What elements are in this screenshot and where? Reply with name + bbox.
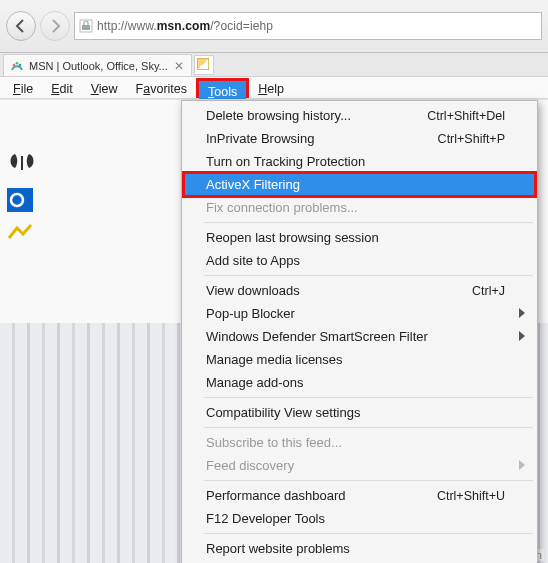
menu-file[interactable]: File	[4, 78, 42, 98]
tab-strip: MSN | Outlook, Office, Sky... ✕	[0, 53, 548, 77]
menu-separator	[204, 533, 533, 534]
menu-edit[interactable]: Edit	[42, 78, 82, 98]
outlook-icon	[7, 188, 33, 212]
svg-rect-5	[21, 156, 23, 170]
menu-separator	[204, 480, 533, 481]
menu-separator	[204, 222, 533, 223]
arrow-left-icon	[13, 18, 29, 34]
finance-widget[interactable]	[7, 222, 199, 246]
menu-item-compat-view[interactable]: Compatibility View settings	[184, 401, 535, 424]
menu-item-media-licenses[interactable]: Manage media licenses	[184, 348, 535, 371]
menu-item-delete-history[interactable]: Delete browsing history...Ctrl+Shift+Del	[184, 104, 535, 127]
address-text: http://www.msn.com/?ocid=iehp	[97, 19, 273, 33]
menu-item-fix-connection[interactable]: Fix connection problems...	[184, 196, 535, 219]
svg-rect-1	[82, 25, 90, 30]
address-bar[interactable]: http://www.msn.com/?ocid=iehp	[74, 12, 542, 40]
menu-tools-highlight: Tools	[196, 78, 249, 98]
menu-view[interactable]: View	[82, 78, 127, 98]
menu-item-report-problems[interactable]: Report website problems	[184, 537, 535, 560]
site-icon	[79, 19, 93, 33]
tab-title: MSN | Outlook, Office, Sky...	[29, 60, 168, 72]
new-tab-button[interactable]	[194, 55, 214, 75]
menu-item-view-downloads[interactable]: View downloadsCtrl+J	[184, 279, 535, 302]
tools-dropdown-menu: Delete browsing history...Ctrl+Shift+Del…	[181, 100, 538, 563]
menu-item-smartscreen[interactable]: Windows Defender SmartScreen Filter	[184, 325, 535, 348]
menu-item-tracking-protection[interactable]: Turn on Tracking Protection	[184, 150, 535, 173]
svg-point-4	[19, 63, 22, 66]
menu-item-inprivate[interactable]: InPrivate BrowsingCtrl+Shift+P	[184, 127, 535, 150]
menu-item-feed-discovery[interactable]: Feed discovery	[184, 454, 535, 477]
arrow-right-icon	[47, 18, 63, 34]
svg-point-3	[16, 61, 19, 64]
svg-point-2	[13, 63, 16, 66]
tab-close-button[interactable]: ✕	[173, 60, 185, 72]
tab-favicon	[10, 59, 24, 73]
menu-help[interactable]: Help	[249, 78, 293, 98]
submenu-arrow-icon	[519, 308, 525, 318]
tab-msn[interactable]: MSN | Outlook, Office, Sky... ✕	[3, 54, 192, 76]
menu-item-activex-filtering[interactable]: ActiveX Filtering	[184, 173, 535, 196]
menu-item-subscribe-feed[interactable]: Subscribe to this feed...	[184, 431, 535, 454]
menu-item-popup-blocker[interactable]: Pop-up Blocker	[184, 302, 535, 325]
menu-separator	[204, 427, 533, 428]
msn-logo	[7, 148, 199, 178]
submenu-arrow-icon	[519, 331, 525, 341]
menu-item-manage-addons[interactable]: Manage add-ons	[184, 371, 535, 394]
title-bar: http://www.msn.com/?ocid=iehp	[0, 0, 548, 53]
outlook-widget[interactable]	[7, 188, 199, 212]
butterfly-icon	[7, 148, 37, 178]
menu-separator	[204, 397, 533, 398]
menu-item-performance-dashboard[interactable]: Performance dashboardCtrl+Shift+U	[184, 484, 535, 507]
menu-favorites[interactable]: Favorites	[127, 78, 196, 98]
chart-icon	[7, 222, 33, 246]
menu-item-add-to-apps[interactable]: Add site to Apps	[184, 249, 535, 272]
menu-separator	[204, 275, 533, 276]
menu-item-f12-tools[interactable]: F12 Developer Tools	[184, 507, 535, 530]
menu-bar: File Edit View Favorites Tools Help	[0, 77, 548, 99]
menu-item-reopen-session[interactable]: Reopen last browsing session	[184, 226, 535, 249]
page-sidebar	[3, 138, 203, 256]
back-button[interactable]	[6, 11, 36, 41]
submenu-arrow-icon	[519, 460, 525, 470]
forward-button[interactable]	[40, 11, 70, 41]
